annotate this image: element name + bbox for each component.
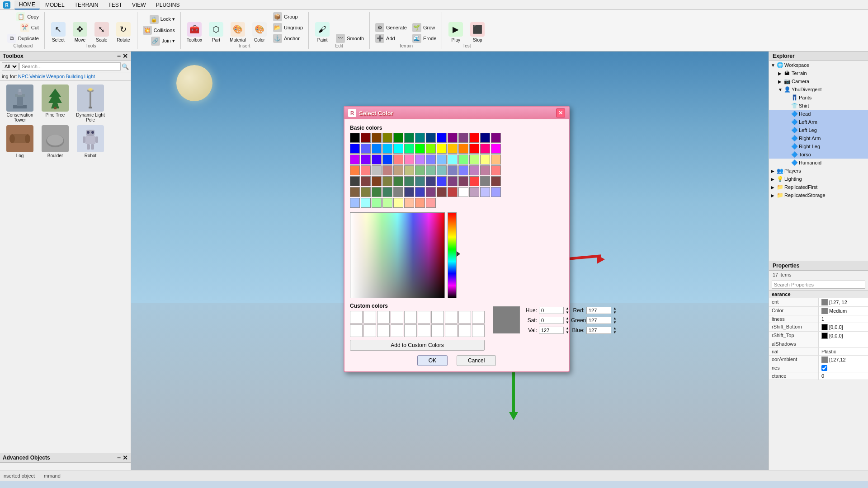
custom-swatch-20[interactable] bbox=[472, 324, 485, 337]
prop-value[interactable] bbox=[819, 364, 868, 372]
add-custom-colors-button[interactable]: Add to Custom Colors bbox=[350, 340, 485, 351]
duplicate-button[interactable]: ⧉ Duplicate bbox=[5, 33, 41, 43]
adv-obj-minimize-icon[interactable]: − bbox=[117, 454, 121, 461]
basic-swatch-30[interactable] bbox=[372, 155, 382, 164]
custom-swatch-10[interactable] bbox=[472, 311, 485, 324]
toolbox-close-icon[interactable]: ✕ bbox=[123, 52, 128, 60]
color-value-strip[interactable] bbox=[448, 212, 457, 298]
basic-swatch-34[interactable] bbox=[415, 155, 425, 164]
basic-swatch-3[interactable] bbox=[382, 133, 392, 143]
prop-value[interactable]: [0,0,0] bbox=[819, 323, 868, 331]
tree-item-humanoid[interactable]: 🔷 Humanoid bbox=[769, 159, 868, 167]
val-spinner-icon[interactable]: ▲▼ bbox=[566, 326, 569, 334]
basic-swatch-20[interactable] bbox=[415, 144, 425, 154]
play-button[interactable]: ▶ Play bbox=[446, 21, 466, 43]
rotate-button[interactable]: ↻ Rotate bbox=[113, 21, 133, 43]
basic-swatch-59[interactable] bbox=[382, 176, 392, 186]
custom-swatch-7[interactable] bbox=[431, 311, 444, 324]
basic-swatch-90[interactable] bbox=[415, 198, 425, 208]
custom-swatch-13[interactable] bbox=[377, 324, 390, 337]
basic-swatch-73[interactable] bbox=[382, 187, 392, 197]
basic-swatch-17[interactable] bbox=[382, 144, 392, 154]
toolbox-category-dropdown[interactable]: All bbox=[2, 62, 19, 70]
add-terrain-button[interactable]: ➕Add bbox=[373, 33, 409, 43]
custom-swatch-14[interactable] bbox=[391, 324, 403, 337]
basic-swatch-53[interactable] bbox=[469, 165, 479, 175]
basic-swatch-67[interactable] bbox=[469, 176, 479, 186]
viewport[interactable]: R Select Color ✕ Basic colors bbox=[131, 52, 769, 470]
basic-swatch-66[interactable] bbox=[458, 176, 468, 186]
basic-swatch-61[interactable] bbox=[404, 176, 414, 186]
blue-input[interactable] bbox=[586, 327, 611, 334]
menu-item-test[interactable]: TEST bbox=[104, 1, 127, 9]
basic-swatch-84[interactable] bbox=[350, 198, 360, 208]
custom-swatch-1[interactable] bbox=[350, 311, 363, 324]
tree-item-camera[interactable]: ▶ 📷 Camera bbox=[769, 77, 868, 85]
basic-swatch-80[interactable] bbox=[458, 187, 468, 197]
tree-item-lighting[interactable]: ▶ 💡 Lighting bbox=[769, 175, 868, 183]
basic-swatch-76[interactable] bbox=[415, 187, 425, 197]
filter-building[interactable]: Building bbox=[66, 74, 83, 79]
tree-item-right-arm[interactable]: 🔷 Right Arm bbox=[769, 134, 868, 142]
basic-swatch-56[interactable] bbox=[350, 176, 360, 186]
basic-swatch-83[interactable] bbox=[491, 187, 501, 197]
sat-input[interactable] bbox=[539, 317, 564, 324]
basic-swatch-6[interactable] bbox=[415, 133, 425, 143]
copy-button[interactable]: 📋 Copy bbox=[14, 12, 41, 22]
collisions-button[interactable]: 💥 Collisions bbox=[141, 25, 177, 35]
erode-button[interactable]: 🌊Erode bbox=[410, 33, 438, 43]
toolbox-item-robot[interactable]: Robot bbox=[74, 125, 107, 158]
basic-swatch-55[interactable] bbox=[491, 165, 501, 175]
prop-value[interactable]: Medium bbox=[819, 307, 868, 315]
basic-swatch-44[interactable] bbox=[372, 165, 382, 175]
basic-swatch-1[interactable] bbox=[361, 133, 371, 143]
color-gradient-picker[interactable] bbox=[350, 212, 445, 298]
prop-value[interactable]: Plastic bbox=[819, 348, 868, 355]
red-input[interactable] bbox=[586, 307, 611, 314]
basic-swatch-39[interactable] bbox=[469, 155, 479, 164]
prop-value[interactable]: [127,12 bbox=[819, 356, 868, 364]
custom-swatch-18[interactable] bbox=[445, 324, 458, 337]
custom-swatch-5[interactable] bbox=[404, 311, 417, 324]
basic-swatch-54[interactable] bbox=[480, 165, 490, 175]
toolbox-item-log[interactable]: Log bbox=[4, 125, 36, 158]
join-button[interactable]: 🔗 Join ▾ bbox=[149, 36, 177, 46]
toolbox-item-pine-tree[interactable]: Pine Tree bbox=[39, 84, 71, 122]
basic-swatch-69[interactable] bbox=[491, 176, 501, 186]
basic-swatch-81[interactable] bbox=[469, 187, 479, 197]
custom-swatch-8[interactable] bbox=[445, 311, 458, 324]
basic-swatch-22[interactable] bbox=[437, 144, 447, 154]
basic-swatch-27[interactable] bbox=[491, 144, 501, 154]
basic-swatch-45[interactable] bbox=[382, 165, 392, 175]
toolbox-item-dynamic-light-pole[interactable]: Dynamic Light Pole bbox=[74, 84, 107, 122]
cut-button[interactable]: ✂️ Cut bbox=[19, 23, 41, 33]
basic-swatch-50[interactable] bbox=[437, 165, 447, 175]
stop-button[interactable]: ⬛ Stop bbox=[467, 21, 487, 43]
basic-swatch-10[interactable] bbox=[458, 133, 468, 143]
tree-item-workspace[interactable]: ▼ 🌐 Workspace bbox=[769, 61, 868, 69]
tree-item-left-leg[interactable]: 🔷 Left Leg bbox=[769, 126, 868, 134]
basic-swatch-37[interactable] bbox=[448, 155, 458, 164]
basic-swatch-68[interactable] bbox=[480, 176, 490, 186]
basic-swatch-11[interactable] bbox=[469, 133, 479, 143]
custom-swatch-3[interactable] bbox=[377, 311, 390, 324]
custom-swatch-6[interactable] bbox=[418, 311, 430, 324]
basic-swatch-35[interactable] bbox=[426, 155, 436, 164]
tree-item-yhudivergent[interactable]: ▼ 👤 YhuDivergent bbox=[769, 85, 868, 94]
prop-value[interactable]: [127, 12 bbox=[819, 298, 868, 306]
basic-swatch-7[interactable] bbox=[426, 133, 436, 143]
basic-swatch-42[interactable] bbox=[350, 165, 360, 175]
basic-swatch-4[interactable] bbox=[393, 133, 403, 143]
menu-item-home[interactable]: HOME bbox=[14, 0, 40, 9]
properties-search-input[interactable] bbox=[772, 281, 865, 289]
basic-swatch-12[interactable] bbox=[480, 133, 490, 143]
hue-spinner-icon[interactable]: ▲▼ bbox=[566, 306, 569, 314]
basic-swatch-63[interactable] bbox=[426, 176, 436, 186]
ungroup-button[interactable]: 📂Ungroup bbox=[271, 23, 305, 33]
blue-spinner-icon[interactable]: ▲▼ bbox=[613, 326, 617, 334]
red-spinner-icon[interactable]: ▲▼ bbox=[613, 306, 617, 314]
custom-swatch-2[interactable] bbox=[363, 311, 376, 324]
color-button[interactable]: 🎨 Color bbox=[250, 21, 269, 43]
color-cancel-button[interactable]: Cancel bbox=[457, 355, 496, 366]
basic-swatch-82[interactable] bbox=[480, 187, 490, 197]
